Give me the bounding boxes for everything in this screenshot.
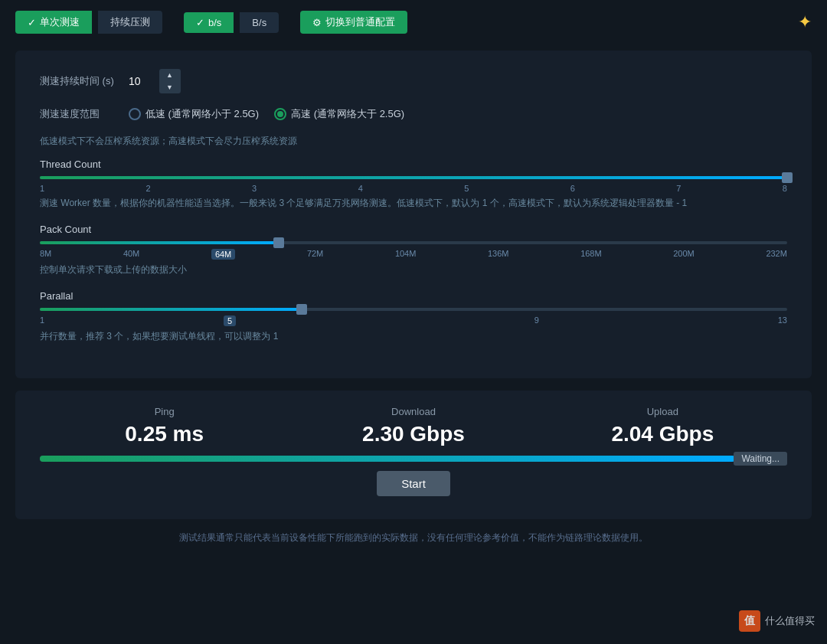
thread-count-slider[interactable] (40, 176, 787, 179)
duration-up-button[interactable]: ▲ (159, 69, 181, 81)
thread-track (40, 176, 787, 179)
results-grid: Ping 0.25 ms Download 2.30 Gbps Upload 2… (40, 406, 787, 446)
pack-count-slider[interactable] (40, 241, 787, 244)
thread-count-title: Thread Count (40, 159, 787, 170)
pack-count-section: Pack Count 8M 40M 64M 72M 104M 136M 168M… (40, 224, 787, 276)
parallel-thumb[interactable] (296, 304, 307, 315)
radio-high-circle (274, 108, 286, 120)
unit-bs-lower-button[interactable]: ✓ b/s (184, 12, 234, 33)
upload-value: 2.04 Gbps (538, 422, 787, 446)
watermark-text: 什么值得买 (765, 614, 815, 628)
single-test-label: 单次测速 (40, 15, 80, 29)
thread-labels: 1 2 3 4 5 6 7 8 (40, 184, 787, 193)
checkmark-icon2: ✓ (196, 17, 204, 28)
parallel-desc: 并行数量，推荐 3 个，如果想要测试单线程，可以调整为 1 (40, 329, 787, 343)
unit-bs-upper-button[interactable]: B/s (240, 12, 279, 33)
duration-spinner[interactable]: ▲ ▼ (159, 69, 181, 93)
sliders-icon: ⚙ (312, 17, 322, 28)
waiting-badge: Waiting... (734, 452, 787, 466)
theme-toggle-icon[interactable]: ✦ (798, 12, 812, 32)
ping-label: Ping (40, 406, 289, 417)
pack-track (40, 241, 787, 244)
pack-count-title: Pack Count (40, 224, 787, 235)
duration-label: 测速持续时间 (s) (40, 74, 116, 88)
switch-config-button[interactable]: ⚙ 切换到普通配置 (300, 11, 407, 34)
ping-result: Ping 0.25 ms (40, 406, 289, 446)
duration-down-button[interactable]: ▼ (159, 81, 181, 93)
radio-low-circle (129, 108, 141, 120)
switch-config-label: 切换到普通配置 (325, 15, 395, 29)
duration-row: 测速持续时间 (s) 10 ▲ ▼ (40, 69, 787, 93)
parallel-active-label: 5 (224, 315, 236, 326)
upload-result: Upload 2.04 Gbps (538, 406, 787, 446)
watermark: 值 什么值得买 (739, 610, 815, 632)
speed-range-row: 测速速度范围 低速 (通常网络小于 2.5G) 高速 (通常网络大于 2.5G) (40, 107, 787, 121)
download-result: Download 2.30 Gbps (289, 406, 538, 446)
thread-count-section: Thread Count 1 2 3 4 5 6 7 8 测速 Worker 数… (40, 159, 787, 210)
continuous-test-button[interactable]: 持续压测 (98, 11, 162, 34)
checkmark-icon: ✓ (28, 17, 36, 28)
speed-range-radio-group: 低速 (通常网络小于 2.5G) 高速 (通常网络大于 2.5G) (129, 107, 404, 121)
pack-thumb[interactable] (273, 237, 284, 248)
pack-desc: 控制单次请求下载或上传的数据大小 (40, 263, 787, 276)
speed-range-label: 测速速度范围 (40, 107, 116, 121)
parallel-title: Parallal (40, 290, 787, 302)
radio-high-label: 高速 (通常网络大于 2.5G) (291, 107, 404, 121)
thread-fill (40, 176, 787, 179)
progress-bar-container: Waiting... (40, 456, 787, 462)
thread-desc: 测速 Worker 数量，根据你的机器性能适当选择。一般来说 3 个足够满足万兆… (40, 196, 787, 210)
download-value: 2.30 Gbps (289, 422, 538, 446)
parallel-section: Parallal 1 5 9 13 并行数量，推荐 3 个，如果想要测试单线程，… (40, 290, 787, 343)
pack-active-label: 64M (211, 249, 235, 260)
footer-note: 测试结果通常只能代表当前设备性能下所能跑到的实际数据，没有任何理论参考价值，不能… (15, 531, 812, 552)
single-test-button[interactable]: ✓ 单次测速 (15, 11, 92, 34)
duration-value: 10 (129, 75, 141, 87)
parallel-labels: 1 5 9 13 (40, 315, 787, 326)
unit-upper-label: B/s (252, 17, 266, 28)
config-panel: 测速持续时间 (s) 10 ▲ ▼ 测速速度范围 低速 (通常网络小于 2.5G… (15, 51, 812, 378)
unit-lower-label: b/s (208, 17, 221, 28)
parallel-slider[interactable] (40, 308, 787, 311)
continuous-test-label: 持续压测 (110, 15, 150, 29)
progress-bar-fill (40, 456, 735, 462)
toolbar: ✓ 单次测速 持续压测 ✓ b/s B/s ⚙ 切换到普通配置 ✦ (0, 0, 827, 44)
thread-thumb[interactable] (782, 172, 793, 183)
start-button[interactable]: Start (377, 471, 450, 496)
watermark-icon: 值 (739, 610, 760, 632)
ping-value: 0.25 ms (40, 422, 289, 446)
pack-fill (40, 241, 279, 244)
radio-low-label: 低速 (通常网络小于 2.5G) (145, 107, 259, 121)
pack-labels: 8M 40M 64M 72M 104M 136M 168M 200M 232M (40, 249, 787, 260)
download-label: Download (289, 406, 538, 417)
upload-label: Upload (538, 406, 787, 417)
results-panel: Ping 0.25 ms Download 2.30 Gbps Upload 2… (15, 391, 812, 519)
speed-range-hint: 低速模式下不会压榨系统资源；高速模式下会尽力压榨系统资源 (40, 135, 787, 148)
parallel-track (40, 308, 787, 311)
parallel-fill (40, 308, 302, 311)
radio-low-option[interactable]: 低速 (通常网络小于 2.5G) (129, 107, 259, 121)
start-button-row: Start (40, 471, 787, 496)
radio-high-option[interactable]: 高速 (通常网络大于 2.5G) (274, 107, 404, 121)
